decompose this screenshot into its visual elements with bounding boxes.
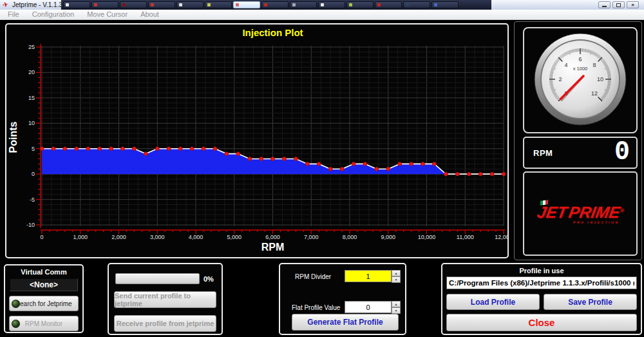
taskbar-window-button[interactable] — [176, 1, 204, 8]
profile-in-use-title: Profile in use — [442, 267, 641, 274]
profile-path-input[interactable] — [446, 276, 637, 289]
logo-jet-text: JET — [536, 203, 569, 221]
spinner-down-icon[interactable]: ▼ — [392, 276, 401, 283]
rpm-monitor-label: RPM Monitor — [25, 320, 62, 327]
virtual-comm-title: Virtual Comm — [5, 268, 82, 276]
svg-text:12,000: 12,000 — [495, 234, 507, 240]
taskbar-app-icon — [321, 3, 324, 6]
search-for-jetprime-button[interactable]: Search for Jetprime — [9, 296, 79, 311]
svg-text:4: 4 — [565, 62, 568, 68]
rpm-divider-input[interactable] — [345, 270, 392, 282]
maximize-button[interactable] — [612, 1, 625, 8]
minimize-button[interactable] — [598, 1, 611, 8]
taskbar-app-icon — [122, 3, 126, 6]
taskbar-app-icon — [94, 3, 97, 6]
minimize-icon — [602, 6, 607, 7]
svg-text:6,000: 6,000 — [265, 234, 280, 240]
spinner-up-icon[interactable]: ▲ — [392, 270, 401, 276]
taskbar-window-button[interactable] — [205, 1, 232, 8]
receive-profile-button[interactable]: Receive profile from jetprime — [114, 315, 216, 332]
transfer-panel: 0% Send current profile to jetprime Rece… — [108, 263, 223, 335]
svg-text:25: 25 — [28, 44, 35, 50]
spinner-up-icon[interactable]: ▲ — [392, 301, 401, 307]
svg-text:-10: -10 — [26, 222, 35, 228]
profile-in-use-panel: Profile in use Load Profile Save Profile… — [441, 263, 642, 335]
taskbar-app-icon — [434, 3, 437, 6]
close-app-button[interactable]: Close — [446, 314, 637, 331]
taskbar-window-button[interactable] — [148, 1, 175, 8]
svg-text:8: 8 — [592, 62, 596, 68]
flat-profile-value-input[interactable] — [345, 301, 392, 313]
jetprime-app-icon: ✈ — [1, 0, 10, 10]
close-button[interactable]: × — [627, 1, 639, 8]
svg-text:20: 20 — [28, 69, 35, 75]
taskbar-window-button[interactable] — [290, 1, 317, 8]
tachometer-panel: 024681012x 1000 — [523, 27, 638, 133]
taskbar-window-button[interactable] — [63, 1, 90, 8]
comm-port-select[interactable]: <None> — [10, 278, 78, 291]
rpm-display-value: 0 — [614, 139, 630, 167]
generate-flat-profile-button[interactable]: Generate Flat Profile — [292, 314, 399, 331]
taskbar-window-button[interactable] — [346, 1, 374, 8]
send-profile-button[interactable]: Send current profile to jetprime — [114, 291, 216, 308]
svg-text:6: 6 — [578, 56, 582, 63]
spinner-down-icon[interactable]: ▼ — [392, 307, 401, 314]
menu-file[interactable]: File — [1, 10, 26, 19]
svg-text:15: 15 — [28, 95, 35, 101]
svg-text:4,000: 4,000 — [189, 234, 204, 240]
svg-text:2: 2 — [558, 76, 562, 82]
window-title: Jetprime - V.1.1.3.0 — [12, 0, 68, 10]
rpm-divider-spinner[interactable]: ▲ ▼ — [392, 270, 401, 282]
svg-text:Injection Plot: Injection Plot — [242, 27, 303, 38]
title-bar: ✈ Jetprime - V.1.1.3.0 × — [0, 0, 644, 10]
svg-text:RPM: RPM — [261, 242, 285, 253]
taskbar-app-icon — [236, 3, 239, 6]
svg-text:3,000: 3,000 — [150, 234, 165, 240]
svg-text:10,000: 10,000 — [418, 234, 436, 240]
svg-text:10: 10 — [28, 120, 35, 126]
rpm-monitor-button[interactable]: RPM Monitor — [9, 316, 79, 331]
load-profile-button[interactable]: Load Profile — [446, 294, 540, 310]
taskbar-window-button[interactable] — [233, 1, 260, 8]
taskbar-window-button[interactable] — [431, 1, 459, 8]
taskbar-app-icon — [264, 3, 267, 6]
save-profile-button[interactable]: Save Profile — [544, 294, 637, 310]
close-icon: × — [631, 3, 634, 8]
svg-text:x 1000: x 1000 — [573, 66, 588, 72]
progress-bar — [115, 273, 200, 284]
taskbar-app-icon — [377, 3, 381, 6]
menu-about[interactable]: About — [134, 10, 166, 19]
taskbar-app-icon — [292, 3, 296, 6]
rpm-display-panel: RPM 0 — [523, 137, 638, 169]
menu-bar: File Configuration Move Cursor About — [0, 10, 644, 20]
taskbar-window-button[interactable] — [375, 1, 402, 8]
svg-text:0: 0 — [32, 171, 35, 177]
taskbar — [61, 0, 491, 10]
jetprime-app-window: ✈ Jetprime - V.1.1.3.0 × File Configurat… — [0, 0, 644, 337]
injection-plot-chart[interactable]: -10-5051015202501,0002,0003,0004,0005,00… — [6, 24, 507, 257]
taskbar-window-button[interactable] — [91, 1, 118, 8]
menu-configuration[interactable]: Configuration — [26, 10, 80, 19]
flat-profile-value-spinner[interactable]: ▲ ▼ — [392, 301, 401, 313]
taskbar-window-button[interactable] — [403, 1, 430, 8]
jetprime-logo-panel: JETPRIME® PRO INJECTION — [523, 171, 638, 256]
status-led-icon — [12, 300, 20, 308]
jetprime-logo: JETPRIME® PRO INJECTION — [535, 203, 625, 224]
taskbar-window-button[interactable] — [261, 1, 289, 8]
svg-text:11,000: 11,000 — [457, 234, 474, 240]
taskbar-window-button[interactable] — [318, 1, 345, 8]
maximize-icon — [616, 3, 621, 7]
taskbar-app-icon — [66, 3, 69, 6]
virtual-comm-panel: Virtual Comm <None> Search for Jetprime … — [4, 264, 84, 333]
svg-text:7,000: 7,000 — [304, 234, 319, 240]
taskbar-window-button[interactable] — [120, 1, 147, 8]
tachometer-gauge: 024681012x 1000 — [524, 28, 636, 132]
svg-text:8,000: 8,000 — [343, 234, 357, 240]
flat-profile-value-label: Flat Profile Value — [292, 304, 340, 311]
svg-text:-5: -5 — [30, 197, 35, 203]
taskbar-app-icon — [151, 3, 154, 6]
taskbar-app-icon — [179, 3, 182, 6]
menu-move-cursor[interactable]: Move Cursor — [80, 10, 134, 19]
injection-plot-panel: -10-5051015202501,0002,0003,0004,0005,00… — [5, 23, 509, 258]
svg-text:Points: Points — [8, 121, 19, 153]
